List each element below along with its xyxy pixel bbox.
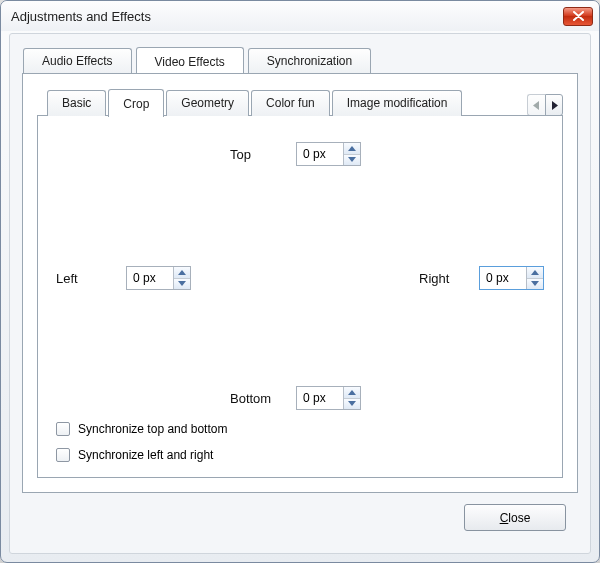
window-title: Adjustments and Effects: [11, 9, 563, 24]
subtab-crop[interactable]: Crop: [108, 89, 164, 117]
chevron-down-icon: [348, 157, 356, 162]
dialog-body: Audio Effects Video Effects Synchronizat…: [9, 33, 591, 554]
svg-marker-3: [348, 157, 356, 162]
crop-bottom-label: Bottom: [230, 391, 286, 406]
window: Adjustments and Effects Audio Effects Vi…: [0, 0, 600, 563]
spin-buttons: [343, 143, 360, 165]
subtab-basic[interactable]: Basic: [47, 90, 106, 116]
sync-left-right-checkbox[interactable]: [56, 448, 70, 462]
chevron-down-icon: [531, 281, 539, 286]
crop-left-label: Left: [56, 271, 116, 286]
svg-marker-7: [531, 281, 539, 286]
sync-top-bottom-checkbox[interactable]: [56, 422, 70, 436]
svg-marker-8: [348, 390, 356, 395]
subtab-scroll-right-button[interactable]: [545, 94, 563, 116]
subtab-image-modification[interactable]: Image modification: [332, 90, 463, 116]
crop-bottom-field: Bottom: [230, 386, 361, 410]
spin-buttons: [526, 267, 543, 289]
crop-left-spinbox[interactable]: [126, 266, 191, 290]
chevron-right-icon: [551, 101, 558, 110]
subtab-geometry[interactable]: Geometry: [166, 90, 249, 116]
window-close-button[interactable]: [563, 7, 593, 26]
chevron-down-icon: [178, 281, 186, 286]
tab-video-effects[interactable]: Video Effects: [136, 47, 244, 75]
chevron-left-icon: [533, 101, 540, 110]
chevron-up-icon: [348, 146, 356, 151]
spin-buttons: [343, 387, 360, 409]
sync-left-right-row: Synchronize left and right: [56, 448, 213, 462]
svg-marker-1: [552, 101, 558, 110]
chevron-up-icon: [531, 270, 539, 275]
sync-top-bottom-label: Synchronize top and bottom: [78, 422, 227, 436]
crop-top-label: Top: [230, 147, 286, 162]
crop-bottom-input[interactable]: [297, 387, 343, 409]
crop-top-spinbox[interactable]: [296, 142, 361, 166]
spin-up-button[interactable]: [174, 267, 190, 279]
spin-down-button[interactable]: [527, 279, 543, 290]
crop-top-input[interactable]: [297, 143, 343, 165]
svg-marker-6: [531, 270, 539, 275]
svg-marker-0: [533, 101, 539, 110]
crop-panel: Top Left: [37, 115, 563, 478]
primary-tabs-wrap: Audio Effects Video Effects Synchronizat…: [22, 46, 578, 541]
chevron-up-icon: [178, 270, 186, 275]
tab-synchronization[interactable]: Synchronization: [248, 48, 371, 74]
crop-left-input[interactable]: [127, 267, 173, 289]
close-button[interactable]: Close: [464, 504, 566, 531]
crop-controls: Top Left: [56, 138, 544, 461]
crop-right-field: Right: [419, 266, 544, 290]
crop-right-spinbox[interactable]: [479, 266, 544, 290]
spin-up-button[interactable]: [344, 143, 360, 155]
spin-buttons: [173, 267, 190, 289]
sync-top-bottom-row: Synchronize top and bottom: [56, 422, 227, 436]
crop-left-field: Left: [56, 266, 191, 290]
svg-marker-9: [348, 401, 356, 406]
close-button-rest: lose: [508, 511, 530, 525]
svg-marker-2: [348, 146, 356, 151]
spin-down-button[interactable]: [344, 399, 360, 410]
svg-marker-4: [178, 270, 186, 275]
svg-marker-5: [178, 281, 186, 286]
sync-left-right-label: Synchronize left and right: [78, 448, 213, 462]
chevron-up-icon: [348, 390, 356, 395]
subtab-scroll-left-button[interactable]: [527, 94, 545, 116]
tab-audio-effects[interactable]: Audio Effects: [23, 48, 132, 74]
chevron-down-icon: [348, 401, 356, 406]
spin-down-button[interactable]: [344, 155, 360, 166]
close-icon: [573, 11, 584, 21]
crop-right-label: Right: [419, 271, 469, 286]
spin-down-button[interactable]: [174, 279, 190, 290]
subtab-color-fun[interactable]: Color fun: [251, 90, 330, 116]
subtab-scroll-buttons: [527, 94, 563, 116]
primary-tabs: Audio Effects Video Effects Synchronizat…: [22, 46, 578, 74]
titlebar: Adjustments and Effects: [1, 1, 599, 31]
spin-up-button[interactable]: [344, 387, 360, 399]
crop-top-field: Top: [230, 142, 361, 166]
crop-bottom-spinbox[interactable]: [296, 386, 361, 410]
video-effects-panel: Basic Crop Geometry Color fun Image modi…: [22, 73, 578, 493]
spin-up-button[interactable]: [527, 267, 543, 279]
close-button-underline: C: [500, 511, 509, 525]
sub-tabs: Basic Crop Geometry Color fun Image modi…: [37, 88, 563, 116]
crop-right-input[interactable]: [480, 267, 526, 289]
